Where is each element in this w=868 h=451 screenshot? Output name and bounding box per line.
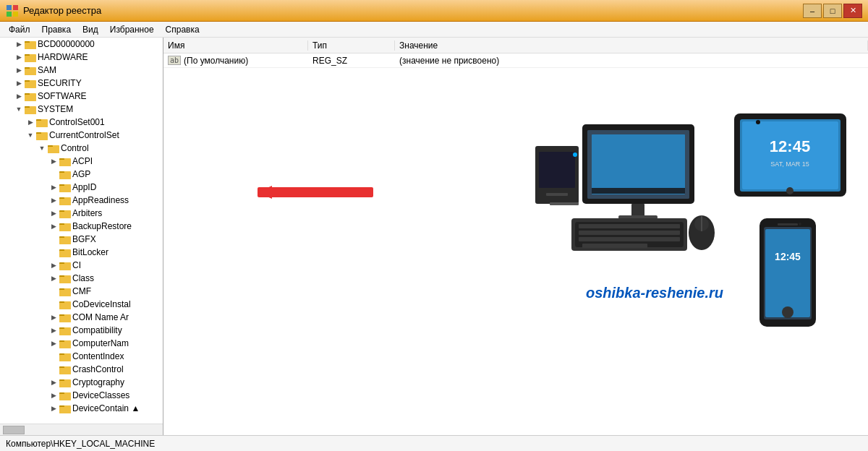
menu-view[interactable]: Вид — [77, 23, 104, 36]
svg-rect-107 — [579, 237, 680, 241]
svg-text:oshibka-reshenie.ru: oshibka-reshenie.ru — [586, 285, 723, 301]
expand-sam[interactable]: ▶ — [13, 64, 25, 76]
folder-icon-bitlocker — [59, 247, 71, 257]
arrow-annotation — [258, 180, 402, 204]
tree-label-bgfx: BGFX — [72, 234, 96, 244]
tree-item-appid[interactable]: ▶ AppID — [0, 181, 163, 194]
expand-devicecontain[interactable]: ▶ — [48, 403, 59, 414]
svg-rect-21 — [25, 108, 36, 114]
tree-item-control[interactable]: ▼ Control — [0, 142, 163, 155]
menu-favorites[interactable]: Избранное — [104, 23, 160, 36]
svg-rect-60 — [59, 277, 71, 283]
expand-controlset001[interactable]: ▶ — [25, 116, 36, 128]
expand-compatibility[interactable]: ▶ — [48, 325, 59, 336]
svg-rect-105 — [579, 224, 680, 228]
tree-item-system[interactable]: ▼ SYSTEM — [0, 103, 163, 116]
tree-label-agp: AGP — [72, 169, 90, 179]
tree-item-arbiters[interactable]: ▶ Arbiters — [0, 207, 163, 220]
svg-rect-120 — [764, 227, 812, 319]
svg-rect-2 — [7, 12, 12, 17]
tree-item-devicecontain[interactable]: ▶ DeviceContain ▲ — [0, 402, 163, 415]
tree-item-appreadiness[interactable]: ▶ AppReadiness — [0, 194, 163, 207]
tree-item-comname[interactable]: ▶ COM Name Ar — [0, 311, 163, 324]
folder-icon-bcd — [25, 39, 36, 49]
folder-icon-crashcontrol — [59, 364, 71, 374]
tree-item-currentcontrolset[interactable]: ▼ CurrentControlSet — [0, 129, 163, 142]
svg-point-125 — [799, 223, 801, 226]
svg-point-123 — [782, 306, 793, 318]
expand-security[interactable]: ▶ — [13, 77, 25, 89]
arrow-svg — [258, 180, 402, 202]
svg-rect-112 — [734, 113, 846, 197]
expand-cmf — [48, 285, 59, 297]
expand-computername[interactable]: ▶ — [48, 338, 59, 349]
svg-rect-95 — [550, 202, 579, 205]
tree-item-ci[interactable]: ▶ CI — [0, 259, 163, 272]
tree-item-deviceclasses[interactable]: ▶ DeviceClasses — [0, 389, 163, 402]
tree-label-appid: AppID — [72, 182, 96, 192]
expand-cryptography[interactable]: ▶ — [48, 377, 59, 388]
expand-system[interactable]: ▼ — [13, 103, 25, 115]
svg-rect-119 — [760, 218, 816, 327]
tree-item-class[interactable]: ▶ Class — [0, 272, 163, 285]
titlebar: Редактор реестра – □ ✕ — [0, 0, 868, 22]
expand-deviceclasses[interactable]: ▶ — [48, 390, 59, 401]
right-pane: Имя Тип Значение ab (По умолчанию) REG_S… — [163, 38, 868, 435]
expand-class[interactable]: ▶ — [48, 272, 59, 284]
expand-acpi[interactable]: ▶ — [48, 155, 59, 167]
close-button[interactable]: ✕ — [843, 4, 862, 18]
expand-backuprestore[interactable]: ▶ — [48, 220, 59, 232]
svg-rect-72 — [59, 329, 71, 335]
minimize-button[interactable]: – — [803, 4, 822, 18]
tree-item-cmf[interactable]: CMF — [0, 285, 163, 298]
maximize-button[interactable]: □ — [823, 4, 842, 18]
tree-item-computername[interactable]: ▶ ComputerNam — [0, 337, 163, 350]
svg-rect-57 — [59, 264, 71, 270]
tree-item-crashcontrol[interactable]: CrashControl — [0, 363, 163, 376]
svg-rect-78 — [59, 355, 71, 361]
expand-software[interactable]: ▶ — [13, 90, 25, 102]
menu-file[interactable]: Файл — [3, 23, 36, 36]
svg-rect-33 — [59, 160, 71, 166]
tree-hscroll[interactable] — [0, 424, 163, 435]
menu-help[interactable]: Справка — [160, 23, 205, 36]
tree-item-security[interactable]: ▶ SECURITY — [0, 77, 163, 90]
tree-scroll[interactable]: ▶ BCD00000000 ▶ HARDWARE ▶ SAM — [0, 38, 163, 424]
cell-name-text: (По умолчанию) — [184, 56, 248, 66]
svg-rect-63 — [59, 290, 71, 296]
expand-currentcontrolset[interactable]: ▼ — [25, 129, 36, 141]
tree-item-software[interactable]: ▶ SOFTWARE — [0, 90, 163, 103]
folder-icon-appid — [59, 182, 71, 192]
menu-edit[interactable]: Правка — [36, 23, 77, 36]
tree-item-sam[interactable]: ▶ SAM — [0, 64, 163, 77]
expand-ci[interactable]: ▶ — [48, 259, 59, 271]
expand-codeviceinstal — [48, 298, 59, 310]
tree-item-cryptography[interactable]: ▶ Cryptography — [0, 376, 163, 389]
expand-comname[interactable]: ▶ — [48, 312, 59, 323]
tree-item-backuprestore[interactable]: ▶ BackupRestore — [0, 220, 163, 233]
tree-item-hardware[interactable]: ▶ HARDWARE — [0, 51, 163, 64]
tree-item-bcd[interactable]: ▶ BCD00000000 — [0, 38, 163, 51]
tree-item-controlset001[interactable]: ▶ ControlSet001 — [0, 116, 163, 129]
tree-item-codeviceinstal[interactable]: CoDeviceInstal — [0, 298, 163, 311]
tree-item-bitlocker[interactable]: BitLocker — [0, 246, 163, 259]
table-row[interactable]: ab (По умолчанию) REG_SZ (значение не пр… — [163, 53, 868, 68]
tree-label-control: Control — [61, 143, 89, 153]
tree-item-contentindex[interactable]: ContentIndex — [0, 350, 163, 363]
tree-item-agp[interactable]: AGP — [0, 168, 163, 181]
expand-hardware[interactable]: ▶ — [13, 51, 25, 63]
tree-item-acpi[interactable]: ▶ ACPI — [0, 155, 163, 168]
expand-appreadiness[interactable]: ▶ — [48, 194, 59, 206]
folder-icon-arbiters — [59, 208, 71, 218]
expand-appid[interactable]: ▶ — [48, 181, 59, 193]
tree-item-compatibility[interactable]: ▶ Compatibility — [0, 324, 163, 337]
expand-arbiters[interactable]: ▶ — [48, 207, 59, 219]
tree-item-bgfx[interactable]: BGFX — [0, 233, 163, 246]
expand-bcd[interactable]: ▶ — [13, 38, 25, 50]
tree-label-devicecontain: DeviceContain ▲ — [72, 403, 140, 413]
expand-control[interactable]: ▼ — [36, 142, 48, 154]
svg-rect-101 — [631, 204, 644, 217]
svg-rect-124 — [778, 223, 798, 226]
folder-icon-sam — [25, 65, 36, 75]
tree-label-computername: ComputerNam — [72, 338, 129, 348]
